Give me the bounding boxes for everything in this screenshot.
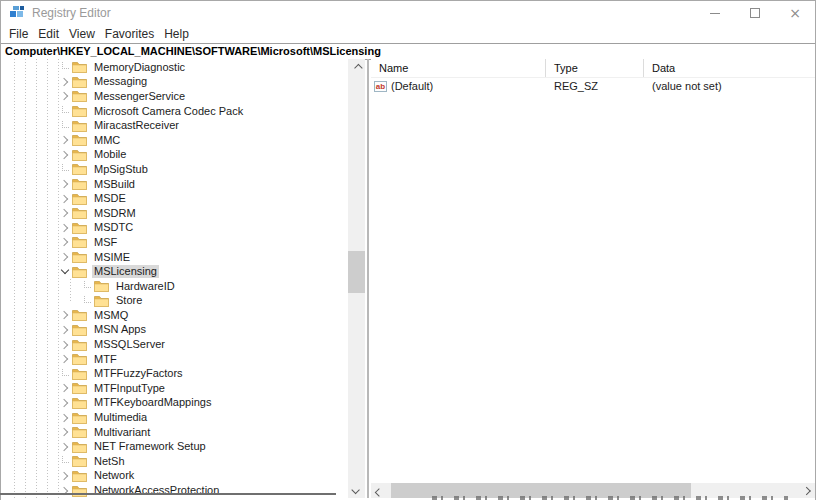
tree-item-mtf[interactable]: MTF — [1, 352, 348, 367]
address-bar[interactable]: Computer\HKEY_LOCAL_MACHINE\SOFTWARE\Mic… — [1, 43, 815, 60]
tree-connector — [58, 104, 72, 118]
expand-chevron-icon[interactable] — [58, 75, 72, 89]
tree-item-label: Microsoft Camera Codec Pack — [92, 105, 245, 118]
column-header-data[interactable]: Data — [644, 59, 815, 77]
tree-item-msbuild[interactable]: MSBuild — [1, 177, 348, 192]
expand-chevron-icon[interactable] — [58, 206, 72, 220]
tree-vertical-scrollbar[interactable] — [348, 59, 365, 498]
expand-chevron-icon[interactable] — [58, 192, 72, 206]
expand-chevron-icon[interactable] — [58, 148, 72, 162]
pane-divider[interactable] — [367, 59, 369, 498]
tree-item-msdrm[interactable]: MSDRM — [1, 206, 348, 221]
tree-item-store[interactable]: Store — [1, 294, 348, 309]
tree-item-net-framework-setup[interactable]: NET Framework Setup — [1, 439, 348, 454]
tree-item-mmc[interactable]: MMC — [1, 133, 348, 148]
tree-item-netsh[interactable]: NetSh — [1, 454, 348, 469]
tree-item-msdtc[interactable]: MSDTC — [1, 221, 348, 236]
tree-item-msime[interactable]: MSIME — [1, 250, 348, 265]
tree-item-label: MMC — [92, 134, 122, 147]
menu-help[interactable]: Help — [159, 27, 194, 41]
chevron-right-icon — [60, 224, 68, 232]
tree-item-msf[interactable]: MSF — [1, 235, 348, 250]
menu-edit[interactable]: Edit — [33, 27, 64, 41]
tree-item-miracastreceiver[interactable]: MiracastReceiver — [1, 118, 348, 133]
tree-item-network[interactable]: Network — [1, 469, 348, 484]
minimize-button[interactable] — [695, 1, 735, 25]
tree-item-label: MSN Apps — [92, 323, 148, 336]
tree-item-mtfinputtype[interactable]: MTFInputType — [1, 381, 348, 396]
folder-icon — [72, 397, 87, 409]
expand-chevron-icon[interactable] — [58, 133, 72, 147]
scroll-down-button[interactable] — [348, 481, 365, 498]
tree-item-mobile[interactable]: Mobile — [1, 148, 348, 163]
tree-item-mtffuzzyfactors[interactable]: MTFFuzzyFactors — [1, 366, 348, 381]
tree-item-multivariant[interactable]: Multivariant — [1, 425, 348, 440]
menu-favorites[interactable]: Favorites — [100, 27, 159, 41]
expand-chevron-icon[interactable] — [58, 221, 72, 235]
expand-chevron-icon[interactable] — [58, 177, 72, 191]
folder-icon — [72, 120, 87, 132]
tree-item-memorydiagnostic[interactable]: MemoryDiagnostic — [1, 60, 348, 75]
expand-chevron-icon[interactable] — [58, 323, 72, 337]
expand-chevron-icon[interactable] — [58, 396, 72, 410]
bottom-edge-artifact — [0, 493, 336, 495]
value-row[interactable]: ab(Default)REG_SZ(value not set) — [371, 78, 815, 94]
expand-chevron-icon[interactable] — [58, 235, 72, 249]
tree-item-mssqlserver[interactable]: MSSQLServer — [1, 337, 348, 352]
folder-icon — [72, 339, 87, 351]
tree-item-microsoft-camera-codec-pack[interactable]: Microsoft Camera Codec Pack — [1, 104, 348, 119]
tree-item-messaging[interactable]: Messaging — [1, 75, 348, 90]
tree-item-label: Multimedia — [92, 411, 149, 424]
folder-icon — [72, 382, 87, 394]
tree-item-mslicensing[interactable]: MSLicensing — [1, 264, 348, 279]
folder-icon — [72, 163, 87, 175]
dotted-connector — [62, 164, 69, 171]
scroll-up-button[interactable] — [348, 59, 365, 76]
registry-app-icon — [10, 6, 24, 20]
tree-item-label: MSIME — [92, 251, 132, 264]
vertical-scrollbar-thumb[interactable] — [348, 251, 365, 293]
tree-item-messengerservice[interactable]: MessengerService — [1, 89, 348, 104]
tree-item-networkaccessprotection[interactable]: NetworkAccessProtection — [1, 483, 348, 498]
close-button[interactable]: × — [775, 1, 815, 25]
expand-chevron-icon[interactable] — [58, 440, 72, 454]
collapse-chevron-icon[interactable] — [58, 265, 72, 279]
menu-bar: File Edit View Favorites Help — [1, 25, 815, 43]
column-header-name[interactable]: Name — [371, 59, 546, 77]
tree-connector — [58, 454, 72, 468]
expand-chevron-icon[interactable] — [58, 425, 72, 439]
expand-chevron-icon[interactable] — [58, 89, 72, 103]
folder-icon — [72, 134, 87, 146]
expand-chevron-icon[interactable] — [58, 250, 72, 264]
expand-chevron-icon[interactable] — [58, 381, 72, 395]
expand-chevron-icon[interactable] — [58, 308, 72, 322]
tree-connector — [58, 367, 72, 381]
expand-chevron-icon[interactable] — [58, 469, 72, 483]
menu-file[interactable]: File — [4, 27, 33, 41]
expand-chevron-icon[interactable] — [58, 352, 72, 366]
menu-view[interactable]: View — [64, 27, 100, 41]
expand-chevron-icon[interactable] — [58, 338, 72, 352]
maximize-button[interactable] — [735, 1, 775, 25]
tree-item-msn-apps[interactable]: MSN Apps — [1, 323, 348, 338]
tree-item-label: NetworkAccessProtection — [92, 484, 221, 497]
expand-chevron-icon[interactable] — [58, 484, 72, 498]
scroll-right-button[interactable] — [800, 483, 815, 498]
folder-icon — [72, 149, 87, 161]
tree-item-mtfkeyboardmappings[interactable]: MTFKeyboardMappings — [1, 396, 348, 411]
chevron-right-icon — [60, 442, 68, 450]
chevron-right-icon — [802, 486, 810, 494]
tree-item-mpsigstub[interactable]: MpSigStub — [1, 162, 348, 177]
close-icon: × — [789, 6, 801, 20]
chevron-right-icon — [60, 92, 68, 100]
tree-item-msde[interactable]: MSDE — [1, 191, 348, 206]
column-header-type[interactable]: Type — [546, 59, 644, 77]
chevron-up-icon — [354, 63, 362, 71]
registry-tree-pane[interactable]: MemoryDiagnosticMessagingMessengerServic… — [1, 59, 348, 500]
folder-icon — [72, 193, 87, 205]
scroll-left-button[interactable] — [371, 483, 386, 498]
tree-item-msmq[interactable]: MSMQ — [1, 308, 348, 323]
tree-item-hardwareid[interactable]: HardwareID — [1, 279, 348, 294]
tree-item-multimedia[interactable]: Multimedia — [1, 410, 348, 425]
expand-chevron-icon[interactable] — [58, 411, 72, 425]
